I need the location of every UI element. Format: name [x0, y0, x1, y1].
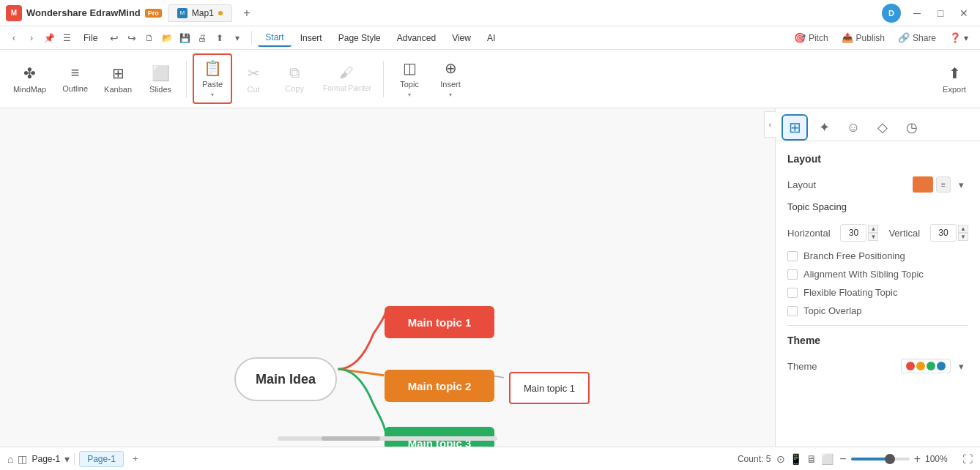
- toolbar-separator-1: [186, 61, 187, 97]
- toolbar-separator-2: [383, 61, 384, 97]
- close-button[interactable]: ✕: [954, 3, 974, 23]
- help-button[interactable]: ❓ ▾: [943, 32, 974, 43]
- menu-advanced[interactable]: Advanced: [390, 30, 443, 46]
- layout-dropdown-button[interactable]: ▾: [954, 176, 968, 193]
- topic-button[interactable]: ◫ Topic ▾: [390, 55, 429, 102]
- cut-label: Cut: [247, 85, 259, 94]
- slides-button[interactable]: ⬜ Slides: [141, 60, 180, 98]
- new-button[interactable]: 🗋: [141, 30, 157, 46]
- sidebar-toggle-icon[interactable]: ◫: [18, 453, 27, 465]
- theme-label: Theme: [787, 361, 817, 372]
- page-controls: ⌂ ◫ Page-1 ▾ Page-1 +: [7, 451, 143, 467]
- redo-button[interactable]: ↪: [124, 30, 140, 46]
- topic-2-node[interactable]: Main topic 2: [385, 370, 494, 402]
- export-button[interactable]: ⬆ Export: [935, 60, 974, 98]
- fullscreen-icon[interactable]: ⛶: [962, 453, 973, 465]
- menu-ai[interactable]: AI: [480, 30, 502, 46]
- panel-tab-style[interactable]: ✦: [811, 114, 837, 141]
- expand-icon[interactable]: ⬜: [821, 453, 834, 465]
- vertical-value[interactable]: 30: [930, 224, 957, 242]
- cut-button[interactable]: ✂ Cut: [234, 60, 273, 98]
- open-button[interactable]: 📂: [159, 30, 175, 46]
- pin-button[interactable]: 📌: [41, 30, 57, 46]
- home-icon[interactable]: ⌂: [7, 453, 13, 465]
- logo-icon: M: [6, 5, 22, 21]
- slides-label: Slides: [149, 85, 171, 94]
- zoom-slider[interactable]: [851, 458, 910, 460]
- theme-picker[interactable]: [901, 359, 951, 373]
- page-tab[interactable]: Page-1: [79, 451, 124, 467]
- topic-1-node[interactable]: Main topic 1: [385, 306, 494, 338]
- main-idea-node[interactable]: Main Idea: [234, 357, 337, 401]
- paste-button[interactable]: 📋 Paste ▾: [193, 53, 232, 104]
- map-tab[interactable]: M Map1: [168, 4, 232, 22]
- add-tab-button[interactable]: +: [238, 4, 256, 22]
- horizontal-scrollbar[interactable]: [278, 436, 497, 441]
- kanban-icon: ⊞: [112, 64, 125, 82]
- export-menu-button[interactable]: ⬆: [212, 30, 228, 46]
- phone-icon[interactable]: 📱: [790, 453, 802, 465]
- view-icons: ⊙ 📱 🖥 ⬜: [776, 453, 834, 465]
- pitch-button[interactable]: 🎯 Pitch: [788, 32, 834, 43]
- zoom-slider-thumb[interactable]: [885, 454, 895, 464]
- alignment-checkbox[interactable]: [787, 269, 798, 280]
- kanban-button[interactable]: ⊞ Kanban: [97, 60, 139, 98]
- more-button[interactable]: ▾: [229, 30, 245, 46]
- horizontal-value[interactable]: 30: [840, 224, 866, 242]
- panel-tab-clock[interactable]: ◷: [899, 114, 925, 141]
- theme-dropdown-button[interactable]: ▾: [954, 358, 968, 374]
- share-button[interactable]: 🔗 Share: [892, 32, 942, 43]
- canvas[interactable]: Main Idea Main topic 1 Main topic 2 Main…: [0, 108, 775, 447]
- add-page-button[interactable]: +: [128, 452, 143, 466]
- vertical-up-arrow[interactable]: ▲: [958, 225, 968, 233]
- mindmap-label: MindMap: [13, 85, 46, 94]
- vertical-arrows: ▲ ▼: [958, 225, 968, 241]
- panel-tab-layout[interactable]: ⊞: [782, 114, 808, 141]
- outline-button[interactable]: ≡ Outline: [55, 60, 95, 97]
- print-button[interactable]: 🖨: [194, 30, 210, 46]
- panel-tab-emoji[interactable]: ☺: [840, 114, 866, 141]
- undo-button[interactable]: ↩: [106, 30, 122, 46]
- export-label: Export: [943, 85, 966, 94]
- layout-horizontal-button[interactable]: [913, 176, 933, 193]
- copy-button[interactable]: ⧉ Copy: [275, 60, 314, 97]
- flexible-checkbox[interactable]: [787, 288, 798, 298]
- user-avatar[interactable]: D: [882, 4, 901, 23]
- overlap-row: Topic Overlap: [787, 305, 968, 316]
- horizontal-up-arrow[interactable]: ▲: [868, 225, 878, 233]
- titlebar: M Wondershare EdrawMind Pro M Map1 + D ─…: [0, 0, 980, 26]
- page-dropdown-icon[interactable]: ▾: [64, 453, 70, 465]
- hamburger-menu[interactable]: ☰: [59, 30, 75, 46]
- save-button[interactable]: 💾: [177, 30, 193, 46]
- menu-start[interactable]: Start: [258, 29, 291, 47]
- vertical-down-arrow[interactable]: ▼: [958, 233, 968, 241]
- main-area: Main Idea Main topic 1 Main topic 2 Main…: [0, 108, 980, 447]
- forward-button[interactable]: ›: [23, 30, 40, 46]
- menu-insert[interactable]: Insert: [293, 30, 330, 46]
- branch-free-checkbox[interactable]: [787, 251, 798, 261]
- panel-content: Layout Layout ≡ ▾ Topic Spacing Horizont…: [776, 141, 980, 447]
- subtopic-1-node[interactable]: Main topic 1: [509, 372, 590, 404]
- mindmap-button[interactable]: ✤ MindMap: [6, 60, 53, 98]
- nav-back-forward: ‹ ›: [6, 30, 40, 46]
- panel-collapse-button[interactable]: ‹: [764, 111, 776, 138]
- format-painter-button[interactable]: 🖌 Format Painter: [316, 60, 377, 97]
- menu-view[interactable]: View: [445, 30, 478, 46]
- fit-icon[interactable]: ⊙: [776, 453, 785, 465]
- horizontal-down-arrow[interactable]: ▼: [868, 233, 878, 241]
- back-button[interactable]: ‹: [6, 30, 22, 46]
- zoom-out-button[interactable]: −: [839, 452, 846, 466]
- menu-page-style[interactable]: Page Style: [331, 30, 388, 46]
- layout-list-button[interactable]: ≡: [936, 176, 951, 193]
- file-menu[interactable]: File: [76, 30, 105, 46]
- publish-button[interactable]: 📤 Publish: [836, 32, 891, 43]
- panel-tab-diamond[interactable]: ◇: [869, 114, 896, 141]
- node-count: Count: 5: [738, 454, 771, 464]
- overlap-checkbox[interactable]: [787, 306, 798, 316]
- insert-button[interactable]: ⊕ Insert ▾: [431, 55, 470, 102]
- maximize-button[interactable]: □: [930, 3, 951, 23]
- zoom-in-button[interactable]: +: [914, 452, 921, 466]
- map-tab-icon: M: [177, 8, 188, 18]
- monitor-icon[interactable]: 🖥: [806, 453, 817, 465]
- minimize-button[interactable]: ─: [907, 3, 927, 23]
